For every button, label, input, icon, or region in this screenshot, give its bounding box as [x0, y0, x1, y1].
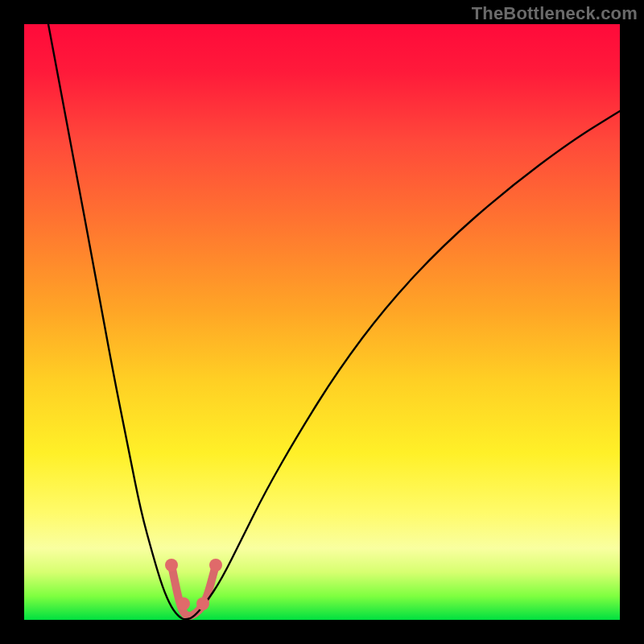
right-lower-dot: [196, 597, 209, 610]
right-upper-dot: [209, 559, 222, 572]
chart-frame: TheBottleneck.com: [0, 0, 644, 644]
bottleneck-curve: [48, 24, 620, 619]
left-upper-dot: [165, 559, 178, 572]
watermark-text: TheBottleneck.com: [472, 3, 638, 24]
curve-layer: [24, 24, 620, 620]
valley-highlight: [171, 565, 216, 616]
left-lower-dot: [177, 597, 190, 610]
plot-area: [24, 24, 620, 620]
